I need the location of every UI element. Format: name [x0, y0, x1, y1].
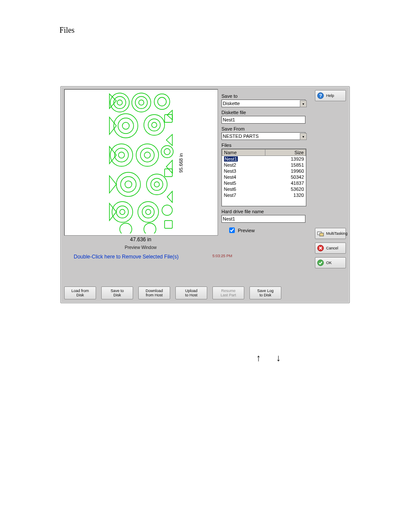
svg-point-2 — [117, 100, 122, 105]
svg-point-20 — [161, 146, 173, 158]
arrow-down-icon: ↓ — [270, 352, 287, 364]
save-from-label: Save From — [221, 126, 308, 131]
svg-point-34 — [162, 205, 172, 215]
svg-rect-39 — [165, 221, 172, 228]
save-to-label: Save to — [221, 93, 308, 99]
svg-point-13 — [152, 122, 157, 128]
svg-point-45 — [318, 260, 324, 266]
multitasking-button-label: MultiTasking — [326, 231, 348, 236]
svg-point-12 — [148, 119, 160, 131]
files-label: Files — [221, 143, 308, 148]
svg-point-11 — [144, 115, 165, 135]
table-row[interactable]: Nest215851 — [222, 162, 306, 168]
preview-height-label: 95.668 in — [178, 153, 184, 173]
svg-point-4 — [135, 96, 147, 109]
cancel-icon — [317, 245, 324, 252]
hd-filename-label: Hard drive file name — [221, 209, 308, 214]
preview-checkbox[interactable] — [229, 227, 235, 233]
save-to-select[interactable] — [221, 100, 305, 107]
svg-point-27 — [154, 182, 159, 187]
svg-point-35 — [120, 223, 132, 233]
svg-point-0 — [110, 93, 129, 112]
preview-width-label: 47.636 in — [64, 236, 217, 243]
svg-point-32 — [142, 206, 154, 218]
help-button[interactable]: ? Help — [315, 90, 346, 101]
col-name[interactable]: Name — [222, 149, 265, 156]
svg-point-18 — [140, 148, 154, 162]
download-from-host-button[interactable]: Download from Host — [138, 286, 170, 299]
svg-point-8 — [114, 114, 138, 138]
svg-point-1 — [114, 96, 126, 109]
svg-point-5 — [139, 100, 144, 105]
ok-button[interactable]: OK — [315, 257, 346, 268]
remove-selected-hint[interactable]: Double-Click here to Remove Selected Fil… — [74, 254, 178, 260]
preview-caption: Preview Window — [64, 245, 217, 250]
svg-rect-38 — [165, 169, 172, 177]
multitask-icon — [317, 230, 324, 237]
help-button-label: Help — [326, 93, 334, 98]
diskette-file-label: Diskette file — [221, 110, 308, 115]
save-dialog: 95.668 in 47.636 in Preview Window Doubl… — [60, 86, 350, 303]
upload-to-host-button[interactable]: Upload to Host — [175, 286, 207, 299]
cancel-button-label: Cancel — [326, 246, 338, 250]
arrow-up-icon: ↑ — [250, 352, 267, 364]
svg-point-36 — [144, 223, 156, 233]
svg-point-30 — [120, 209, 125, 215]
svg-point-16 — [118, 152, 125, 158]
cancel-button[interactable]: Cancel — [315, 243, 346, 254]
svg-point-10 — [122, 122, 129, 129]
svg-point-3 — [132, 93, 151, 112]
table-row[interactable]: Nest71320 — [222, 192, 306, 198]
svg-point-21 — [164, 149, 170, 155]
multitasking-button[interactable]: MultiTasking — [315, 228, 346, 239]
table-row[interactable]: Nest113929 — [222, 156, 306, 162]
save-from-select[interactable] — [221, 132, 305, 140]
diskette-file-input[interactable] — [221, 116, 305, 124]
load-from-disk-button[interactable]: Load from Disk — [64, 286, 96, 299]
ok-button-label: OK — [326, 261, 332, 265]
svg-point-9 — [118, 118, 134, 134]
preview-window[interactable] — [64, 89, 218, 236]
resume-last-part-button: Resume Last Part — [212, 286, 244, 299]
table-row[interactable]: Nest541837 — [222, 180, 306, 186]
page-title: Files — [59, 26, 75, 35]
svg-point-17 — [136, 144, 159, 166]
svg-point-19 — [144, 152, 150, 158]
hd-filename-input[interactable] — [221, 215, 305, 223]
svg-point-31 — [138, 202, 159, 222]
svg-point-26 — [151, 178, 163, 190]
col-size[interactable]: Size — [265, 149, 305, 156]
nest-preview-graphic — [107, 91, 176, 233]
clock: 5:03:25 PM — [212, 254, 232, 258]
save-log-to-disk-button[interactable]: Save Log to Disk — [249, 286, 281, 299]
svg-point-22 — [116, 172, 140, 196]
svg-point-25 — [146, 174, 167, 195]
svg-text:?: ? — [319, 93, 322, 98]
table-row[interactable]: Nest319960 — [222, 168, 306, 174]
svg-point-6 — [154, 94, 170, 109]
svg-point-33 — [146, 209, 151, 215]
preview-checkbox-row[interactable]: Preview — [227, 226, 308, 234]
preview-checkbox-label: Preview — [238, 228, 255, 233]
svg-point-28 — [112, 202, 133, 222]
ok-icon — [317, 259, 324, 266]
help-icon: ? — [317, 92, 324, 99]
table-row[interactable]: Nest450342 — [222, 174, 306, 180]
svg-rect-43 — [320, 233, 324, 236]
svg-point-7 — [158, 97, 166, 106]
svg-point-14 — [110, 144, 133, 166]
svg-point-23 — [121, 177, 136, 192]
svg-point-24 — [125, 181, 132, 188]
save-to-disk-button[interactable]: Save to Disk — [101, 286, 133, 299]
arrow-glyphs: ↑ ↓ — [250, 352, 287, 364]
svg-point-29 — [116, 206, 128, 218]
files-list[interactable]: Name Size Nest113929Nest215851Nest319960… — [221, 149, 306, 206]
table-row[interactable]: Nest653620 — [222, 186, 306, 192]
